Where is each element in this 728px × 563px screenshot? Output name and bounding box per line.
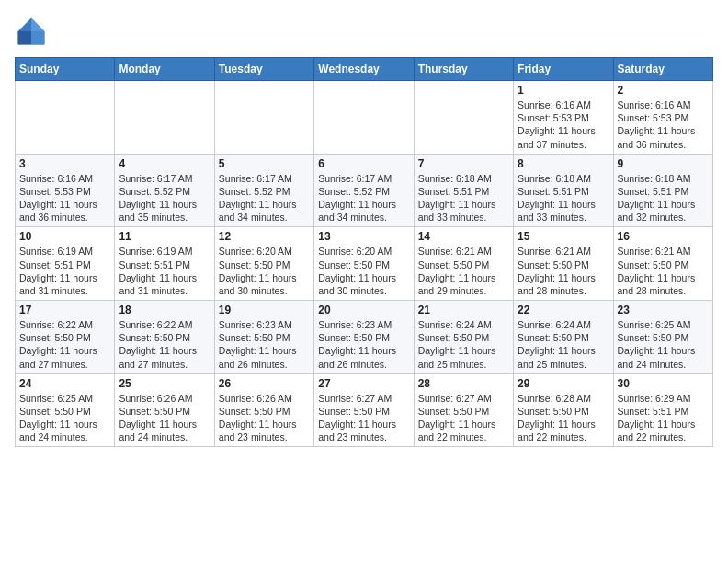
calendar-cell [414,81,513,155]
calendar-table: SundayMondayTuesdayWednesdayThursdayFrid… [15,57,713,447]
day-header-thursday: Thursday [414,58,513,81]
day-header-tuesday: Tuesday [214,58,313,81]
calendar-cell: 1Sunrise: 6:16 AM Sunset: 5:53 PM Daylig… [514,81,613,155]
calendar-cell [314,81,414,155]
day-header-sunday: Sunday [16,58,115,81]
day-info: Sunrise: 6:26 AM Sunset: 5:50 PM Dayligh… [219,392,310,444]
week-row-3: 17Sunrise: 6:22 AM Sunset: 5:50 PM Dayli… [16,301,713,374]
calendar-cell: 13Sunrise: 6:20 AM Sunset: 5:50 PM Dayli… [314,227,414,301]
calendar-cell: 11Sunrise: 6:19 AM Sunset: 5:51 PM Dayli… [115,227,214,301]
day-info: Sunrise: 6:25 AM Sunset: 5:50 PM Dayligh… [19,392,110,444]
day-number: 16 [618,230,709,243]
day-info: Sunrise: 6:24 AM Sunset: 5:50 PM Dayligh… [418,318,509,371]
day-number: 1 [518,84,609,97]
day-number: 13 [318,230,409,243]
day-info: Sunrise: 6:27 AM Sunset: 5:50 PM Dayligh… [418,392,509,444]
day-number: 22 [518,304,609,316]
day-number: 10 [19,230,110,243]
day-number: 3 [19,157,110,170]
day-header-saturday: Saturday [613,58,712,81]
calendar-cell: 16Sunrise: 6:21 AM Sunset: 5:50 PM Dayli… [613,227,712,301]
day-info: Sunrise: 6:17 AM Sunset: 5:52 PM Dayligh… [318,172,409,224]
calendar-cell [214,81,313,155]
day-number: 4 [119,157,210,170]
day-header-friday: Friday [514,58,613,81]
calendar-cell: 25Sunrise: 6:26 AM Sunset: 5:50 PM Dayli… [115,373,214,447]
calendar-cell: 24Sunrise: 6:25 AM Sunset: 5:50 PM Dayli… [16,373,115,447]
day-number: 19 [219,304,310,316]
svg-marker-3 [31,31,44,44]
week-row-2: 10Sunrise: 6:19 AM Sunset: 5:51 PM Dayli… [16,227,713,301]
week-row-4: 24Sunrise: 6:25 AM Sunset: 5:50 PM Dayli… [16,373,713,447]
day-info: Sunrise: 6:26 AM Sunset: 5:50 PM Dayligh… [119,392,210,444]
calendar-cell: 22Sunrise: 6:24 AM Sunset: 5:50 PM Dayli… [514,301,613,374]
day-info: Sunrise: 6:20 AM Sunset: 5:50 PM Dayligh… [219,245,310,297]
logo [15,15,51,48]
day-info: Sunrise: 6:18 AM Sunset: 5:51 PM Dayligh… [418,172,509,224]
day-info: Sunrise: 6:17 AM Sunset: 5:52 PM Dayligh… [119,172,210,224]
day-info: Sunrise: 6:24 AM Sunset: 5:50 PM Dayligh… [518,318,609,371]
calendar-cell: 2Sunrise: 6:16 AM Sunset: 5:53 PM Daylig… [613,81,712,155]
day-number: 26 [219,377,310,390]
calendar-cell: 14Sunrise: 6:21 AM Sunset: 5:50 PM Dayli… [414,227,513,301]
day-info: Sunrise: 6:22 AM Sunset: 5:50 PM Dayligh… [119,318,210,371]
calendar-cell: 23Sunrise: 6:25 AM Sunset: 5:50 PM Dayli… [613,301,712,374]
day-number: 18 [119,304,210,316]
calendar-body: 1Sunrise: 6:16 AM Sunset: 5:53 PM Daylig… [16,81,713,447]
day-info: Sunrise: 6:23 AM Sunset: 5:50 PM Dayligh… [318,318,409,371]
day-info: Sunrise: 6:16 AM Sunset: 5:53 PM Dayligh… [19,172,110,224]
calendar-cell: 6Sunrise: 6:17 AM Sunset: 5:52 PM Daylig… [314,154,414,227]
calendar-cell: 26Sunrise: 6:26 AM Sunset: 5:50 PM Dayli… [214,373,313,447]
day-number: 30 [618,377,709,390]
calendar-cell: 21Sunrise: 6:24 AM Sunset: 5:50 PM Dayli… [414,301,513,374]
day-number: 15 [518,230,609,243]
day-number: 8 [518,157,609,170]
day-number: 12 [219,230,310,243]
day-number: 29 [518,377,609,390]
day-info: Sunrise: 6:25 AM Sunset: 5:50 PM Dayligh… [618,318,709,371]
svg-marker-1 [31,18,44,31]
day-info: Sunrise: 6:20 AM Sunset: 5:50 PM Dayligh… [318,245,409,297]
day-header-wednesday: Wednesday [314,58,414,81]
day-number: 21 [418,304,509,316]
day-info: Sunrise: 6:22 AM Sunset: 5:50 PM Dayligh… [19,318,110,371]
calendar-cell: 4Sunrise: 6:17 AM Sunset: 5:52 PM Daylig… [115,154,214,227]
day-info: Sunrise: 6:19 AM Sunset: 5:51 PM Dayligh… [119,245,210,297]
calendar-cell: 15Sunrise: 6:21 AM Sunset: 5:50 PM Dayli… [514,227,613,301]
calendar-cell: 19Sunrise: 6:23 AM Sunset: 5:50 PM Dayli… [214,301,313,374]
day-number: 14 [418,230,509,243]
svg-marker-2 [18,31,31,44]
day-number: 7 [418,157,509,170]
day-info: Sunrise: 6:21 AM Sunset: 5:50 PM Dayligh… [418,245,509,297]
day-number: 28 [418,377,509,390]
calendar-cell [115,81,214,155]
day-info: Sunrise: 6:18 AM Sunset: 5:51 PM Dayligh… [518,172,609,224]
calendar-cell: 5Sunrise: 6:17 AM Sunset: 5:52 PM Daylig… [214,154,313,227]
calendar-cell [16,81,115,155]
day-info: Sunrise: 6:28 AM Sunset: 5:50 PM Dayligh… [518,392,609,444]
day-info: Sunrise: 6:18 AM Sunset: 5:51 PM Dayligh… [618,172,709,224]
day-number: 20 [318,304,409,316]
day-number: 6 [318,157,409,170]
calendar-cell: 3Sunrise: 6:16 AM Sunset: 5:53 PM Daylig… [16,154,115,227]
calendar-cell: 18Sunrise: 6:22 AM Sunset: 5:50 PM Dayli… [115,301,214,374]
day-info: Sunrise: 6:23 AM Sunset: 5:50 PM Dayligh… [219,318,310,371]
week-row-1: 3Sunrise: 6:16 AM Sunset: 5:53 PM Daylig… [16,154,713,227]
day-header-monday: Monday [115,58,214,81]
logo-icon [15,15,48,48]
calendar-cell: 20Sunrise: 6:23 AM Sunset: 5:50 PM Dayli… [314,301,414,374]
calendar-header: SundayMondayTuesdayWednesdayThursdayFrid… [16,58,713,81]
day-number: 5 [219,157,310,170]
calendar-cell: 30Sunrise: 6:29 AM Sunset: 5:51 PM Dayli… [613,373,712,447]
day-number: 23 [618,304,709,316]
calendar-cell: 27Sunrise: 6:27 AM Sunset: 5:50 PM Dayli… [314,373,414,447]
day-info: Sunrise: 6:21 AM Sunset: 5:50 PM Dayligh… [618,245,709,297]
day-number: 2 [618,84,709,97]
calendar-cell: 9Sunrise: 6:18 AM Sunset: 5:51 PM Daylig… [613,154,712,227]
page: SundayMondayTuesdayWednesdayThursdayFrid… [0,0,728,456]
day-number: 24 [19,377,110,390]
calendar-cell: 12Sunrise: 6:20 AM Sunset: 5:50 PM Dayli… [214,227,313,301]
calendar-cell: 28Sunrise: 6:27 AM Sunset: 5:50 PM Dayli… [414,373,513,447]
day-info: Sunrise: 6:16 AM Sunset: 5:53 PM Dayligh… [518,98,609,151]
day-info: Sunrise: 6:29 AM Sunset: 5:51 PM Dayligh… [618,392,709,444]
